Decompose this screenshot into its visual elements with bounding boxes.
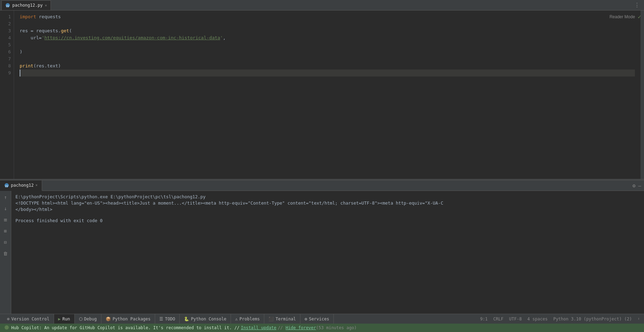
line-num-5: 5 — [3, 41, 11, 48]
body-close-line: </body></html> — [15, 206, 640, 213]
todo-tab[interactable]: ☰ TODO — [155, 314, 180, 324]
panel-controls: ⚙ — — [630, 183, 644, 188]
code-line-13 — [20, 98, 635, 105]
notification-bar: Hub Copilot: An update for GitHub Copilo… — [0, 324, 644, 332]
code-line-3: res = requests.get( — [20, 27, 635, 34]
copilot-icon — [4, 325, 9, 330]
bottom-panel: py pachong12 × ⚙ — ↑ ↓ ≡ ⊞ ⊟ 🗑 E:\python… — [0, 180, 644, 314]
output-spacer — [15, 213, 640, 218]
run-status-label: Run — [62, 317, 70, 321]
python-packages-label: Python Packages — [113, 317, 151, 321]
line-ending[interactable]: CRLF — [493, 317, 504, 321]
tab-menu-button[interactable]: ⋮ — [631, 2, 643, 8]
print-icon[interactable]: ⊟ — [2, 239, 9, 246]
python-packages-tab[interactable]: 📦 Python Packages — [101, 314, 155, 324]
problems-label: Problems — [239, 317, 260, 321]
run-sidebar: ↑ ↓ ≡ ⊞ ⊟ 🗑 — [0, 191, 11, 314]
debug-label: Debug — [84, 317, 97, 321]
settings-button[interactable]: ⚙ — [632, 183, 635, 188]
todo-label: TODO — [165, 317, 175, 321]
code-line-11 — [20, 84, 635, 91]
cursor-position[interactable]: 9:1 — [480, 317, 488, 321]
terminal-icon: ⬛ — [268, 317, 274, 321]
right-status: 9:1 CRLF UTF-8 4 spaces Python 3.10 (pyt… — [480, 317, 641, 321]
version-control-icon: ⊙ — [7, 317, 9, 321]
python-packages-icon: 📦 — [106, 317, 111, 321]
indent-info[interactable]: 4 spaces — [527, 317, 548, 321]
run-tab[interactable]: py pachong12 × — [0, 180, 42, 191]
run-tab-label: pachong12 — [11, 183, 34, 188]
editor-tab-pachong12[interactable]: py pachong12.py × — [1, 0, 51, 10]
reader-mode-check: ✓ — [638, 13, 641, 20]
tab-close-icon[interactable]: × — [45, 4, 47, 7]
services-label: Services — [309, 317, 329, 321]
todo-icon: ☰ — [159, 317, 163, 321]
code-line-7 — [20, 55, 635, 62]
run-tab-close[interactable]: × — [35, 183, 38, 187]
svg-text:py: py — [6, 4, 9, 7]
notification-icon — [4, 325, 9, 331]
status-bar: ⊙ Version Control ▶ Run ⬡ Debug 📦 Python… — [0, 314, 644, 324]
svg-point-4 — [5, 325, 9, 330]
python-file-icon: py — [5, 3, 10, 8]
code-area[interactable]: import requests res = requests.get( url=… — [14, 11, 640, 179]
run-output: E:\pythonProject\Scripts\python.exe E:\p… — [11, 191, 644, 314]
services-tab[interactable]: ⚙ Services — [300, 314, 334, 324]
reader-mode-bar: Reader Mode ✓ — [610, 13, 641, 20]
scroll-up-icon[interactable]: ↑ — [2, 194, 9, 201]
services-icon: ⚙ — [305, 317, 307, 321]
line-num-15 — [3, 112, 11, 119]
minimize-button[interactable]: — — [638, 183, 641, 188]
terminal-label: Terminal — [275, 317, 296, 321]
extra-info: ⬆ — [637, 317, 640, 321]
process-exit-line: Process finished with exit code 0 — [15, 218, 640, 224]
html-output-line: <!DOCTYPE html><html lang="en-US"><head>… — [15, 200, 542, 206]
code-line-9 — [20, 69, 635, 77]
cmd-line: E:\pythonProject\Scripts\python.exe E:\p… — [15, 194, 640, 200]
clear-icon[interactable]: 🗑 — [2, 250, 9, 257]
line-num-11 — [3, 84, 11, 91]
editor-tab-bar: py pachong12.py × ⋮ — [0, 0, 644, 11]
run-status-tab[interactable]: ▶ Run — [54, 314, 75, 324]
python-version[interactable]: Python 3.10 (pythonProject) (2) — [553, 317, 632, 321]
svg-text:py: py — [5, 184, 8, 187]
scroll-down-icon[interactable]: ↓ — [2, 205, 9, 212]
line-num-10 — [3, 77, 11, 84]
code-line-4: url='https://cn.investing.com/equities/a… — [20, 34, 635, 41]
code-line-8: print(res.text) — [20, 62, 635, 69]
run-status-icon: ▶ — [58, 317, 61, 321]
line-num-3: 3 — [3, 27, 11, 34]
notification-text: Hub Copilot: An update for GitHub Copilo… — [11, 325, 239, 330]
python-console-tab[interactable]: 🐍 Python Console — [180, 314, 231, 324]
code-line-12 — [20, 91, 635, 98]
line-num-6: 6 — [3, 48, 11, 55]
version-control-tab[interactable]: ⊙ Version Control — [3, 314, 54, 324]
editor-scrollbar[interactable] — [640, 11, 644, 179]
reader-mode-label[interactable]: Reader Mode — [610, 14, 635, 19]
soft-wrap-icon[interactable]: ⊞ — [2, 227, 9, 234]
install-update-link[interactable]: Install update — [241, 325, 276, 330]
debug-icon: ⬡ — [79, 317, 82, 321]
code-line-5 — [20, 41, 635, 48]
editor-main: Reader Mode ✓ 1 2 3 4 5 6 7 8 9 import r… — [0, 11, 644, 179]
problems-icon: ⚠ — [235, 317, 238, 321]
encoding[interactable]: UTF-8 — [509, 317, 522, 321]
run-tab-python-icon: py — [4, 183, 9, 188]
code-line-10 — [20, 77, 635, 84]
terminal-tab[interactable]: ⬛ Terminal — [264, 314, 300, 324]
line-num-14 — [3, 105, 11, 112]
code-line-15 — [20, 112, 635, 119]
editor-container: Reader Mode ✓ 1 2 3 4 5 6 7 8 9 import r… — [0, 11, 644, 179]
line-num-13 — [3, 98, 11, 105]
code-line-16 — [20, 119, 635, 126]
run-panel: ↑ ↓ ≡ ⊞ ⊟ 🗑 E:\pythonProject\Scripts\pyt… — [0, 191, 644, 314]
debug-tab[interactable]: ⬡ Debug — [75, 314, 101, 324]
hide-forever-link[interactable]: Hide forever — [286, 325, 316, 330]
code-line-1: import requests — [20, 13, 635, 20]
line-num-1: 1 — [3, 13, 11, 20]
notification-time: (53 minutes ago) — [316, 325, 357, 330]
problems-tab[interactable]: ⚠ Problems — [231, 314, 264, 324]
wrap-lines-icon[interactable]: ≡ — [2, 216, 9, 223]
bottom-tab-bar: py pachong12 × ⚙ — — [0, 180, 644, 191]
line-num-9: 9 — [3, 69, 11, 77]
